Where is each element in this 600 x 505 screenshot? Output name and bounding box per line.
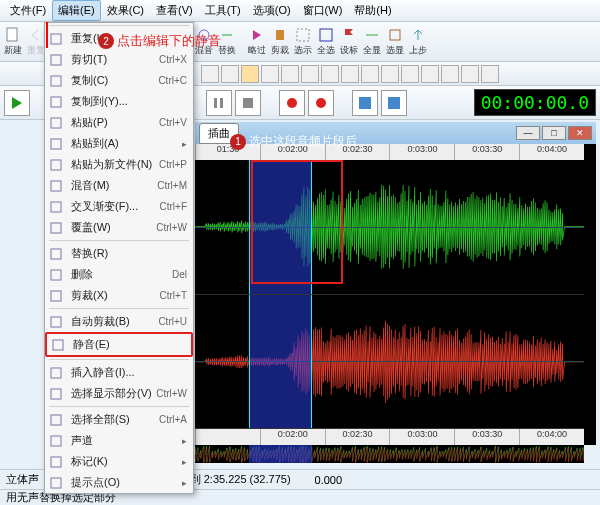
menu-item-cut[interactable]: 剪切(T)Ctrl+X [45, 49, 193, 70]
menu-view[interactable]: 查看(V) [150, 0, 199, 21]
pause-button[interactable] [206, 90, 232, 116]
tool-btn[interactable] [381, 65, 399, 83]
close-button[interactable]: ✕ [568, 126, 592, 140]
svg-rect-27 [51, 249, 61, 259]
skip-button[interactable]: 略过 [246, 26, 268, 58]
menu-item-label: 混音(M) [71, 178, 110, 193]
tool-btn[interactable] [241, 65, 259, 83]
crossfade-icon [49, 200, 63, 214]
record-pause-button[interactable] [308, 90, 334, 116]
menu-item-selall[interactable]: 选择全部(S)Ctrl+A [45, 409, 193, 430]
marker-button[interactable]: 设标 [338, 26, 360, 58]
menu-item-pasteto[interactable]: 粘贴到(A) [45, 133, 193, 154]
meter-button[interactable] [352, 90, 378, 116]
tick [195, 429, 260, 445]
menu-item-label: 覆盖(W) [71, 220, 111, 235]
tool-btn[interactable] [281, 65, 299, 83]
menu-file[interactable]: 文件(F) [4, 0, 52, 21]
tool-btn[interactable] [461, 65, 479, 83]
skip-icon [249, 27, 265, 43]
track-right[interactable] [195, 295, 584, 430]
overview-strip[interactable] [195, 445, 584, 463]
tool-btn[interactable] [441, 65, 459, 83]
insertsilence-icon [49, 366, 63, 380]
menu-item-delete[interactable]: 删除Del [45, 264, 193, 285]
menu-window[interactable]: 窗口(W) [297, 0, 349, 21]
zoomsel-button[interactable]: 选显 [384, 26, 406, 58]
tool-btn[interactable] [201, 65, 219, 83]
tool-btn[interactable] [421, 65, 439, 83]
tool-btn[interactable] [321, 65, 339, 83]
selection-region[interactable] [249, 295, 311, 429]
menu-item-mute[interactable]: 静音(E) [45, 332, 193, 357]
play-button[interactable] [4, 90, 30, 116]
tool-btn[interactable] [481, 65, 499, 83]
menu-item-autotrim[interactable]: 自动剪裁(B)Ctrl+U [45, 311, 193, 332]
tick: 0:03:30 [454, 144, 519, 160]
menu-item-copy[interactable]: 复制(C)Ctrl+C [45, 70, 193, 91]
menu-item-label: 标记(K) [71, 454, 108, 469]
menu-item-label: 自动剪裁(B) [71, 314, 130, 329]
time-ruler-bottom[interactable]: 0:02:000:02:300:03:000:03:300:04:00 [195, 429, 584, 445]
menu-item-label: 复制到(Y)... [71, 94, 128, 109]
record-button[interactable] [279, 90, 305, 116]
menu-tools[interactable]: 工具(T) [199, 0, 247, 21]
menu-item-copyto[interactable]: 复制到(Y)... [45, 91, 193, 112]
menu-item-label: 选择全部(S) [71, 412, 130, 427]
svg-rect-37 [51, 478, 61, 488]
svg-rect-10 [214, 98, 217, 108]
menu-edit[interactable]: 编辑(E) [52, 0, 101, 21]
menu-item-pastenew[interactable]: 粘贴为新文件(N)Ctrl+P [45, 154, 193, 175]
minimize-button[interactable]: — [516, 126, 540, 140]
tool-btn[interactable] [261, 65, 279, 83]
tool-btn[interactable] [361, 65, 379, 83]
menu-item-insertsilence[interactable]: 插入静音(I)... [45, 362, 193, 383]
menu-item-label: 选择显示部分(V) [71, 386, 152, 401]
tool-btn[interactable] [221, 65, 239, 83]
svg-rect-20 [51, 97, 61, 107]
menu-item-paste[interactable]: 粘贴(P)Ctrl+V [45, 112, 193, 133]
pastenew-icon [49, 158, 63, 172]
record-icon [314, 96, 328, 110]
tool-btn[interactable] [301, 65, 319, 83]
waveform-editor[interactable]: 01:300:02:000:02:300:03:000:03:300:04:00… [195, 144, 596, 445]
tool-btn[interactable] [341, 65, 359, 83]
selshow-button[interactable]: 选示 [292, 26, 314, 58]
menubar: 文件(F) 编辑(E) 效果(C) 查看(V) 工具(T) 选项(O) 窗口(W… [0, 0, 600, 22]
menu-item-crossfade[interactable]: 交叉渐变(F)...Ctrl+F [45, 196, 193, 217]
menu-item-cue[interactable]: 提示点(O) [45, 472, 193, 493]
svg-point-13 [287, 98, 297, 108]
selall-button[interactable]: 全选 [315, 26, 337, 58]
overview-selection[interactable] [249, 445, 311, 463]
selall-icon [49, 413, 63, 427]
menu-item-selshow[interactable]: 选择显示部分(V)Ctrl+W [45, 383, 193, 404]
menu-item-overlay[interactable]: 覆盖(W)Ctrl+W [45, 217, 193, 238]
meter2-button[interactable] [381, 90, 407, 116]
menu-help[interactable]: 帮助(H) [348, 0, 397, 21]
menu-item-label: 静音(E) [73, 337, 110, 352]
trim-button[interactable]: 剪裁 [269, 26, 291, 58]
new-button[interactable]: 新建 [2, 26, 24, 58]
menu-item-mix[interactable]: 混音(M)Ctrl+M [45, 175, 193, 196]
shortcut-label: Ctrl+C [158, 75, 187, 86]
replace-icon [219, 27, 235, 43]
showall-button[interactable]: 全显 [361, 26, 383, 58]
menu-item-channel[interactable]: 声道 [45, 430, 193, 451]
svg-rect-34 [51, 415, 61, 425]
svg-rect-11 [220, 98, 223, 108]
menu-item-trim[interactable]: 剪裁(X)Ctrl+T [45, 285, 193, 306]
play-icon [9, 95, 25, 111]
shortcut-label: Ctrl+T [160, 290, 188, 301]
stop-button[interactable] [235, 90, 261, 116]
tick: 0:03:00 [389, 429, 454, 445]
menu-effect[interactable]: 效果(C) [101, 0, 150, 21]
mute-icon [51, 338, 65, 352]
tool-btn[interactable] [401, 65, 419, 83]
svg-rect-36 [51, 457, 61, 467]
maximize-button[interactable]: □ [542, 126, 566, 140]
menu-item-replace[interactable]: 替换(R) [45, 243, 193, 264]
menu-options[interactable]: 选项(O) [247, 0, 297, 21]
menu-item-marker[interactable]: 标记(K) [45, 451, 193, 472]
menu-item-label: 剪裁(X) [71, 288, 108, 303]
stepup-button[interactable]: 上步 [407, 26, 429, 58]
